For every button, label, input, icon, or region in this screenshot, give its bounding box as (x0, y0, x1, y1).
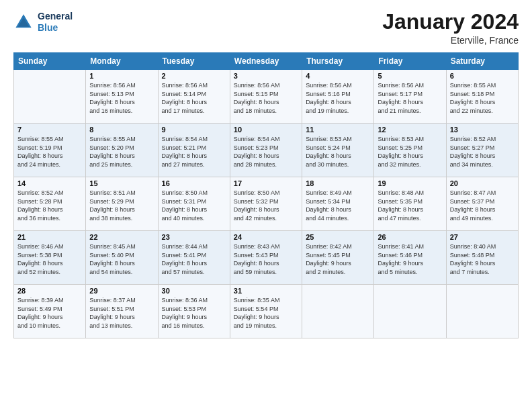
day-cell: 22Sunrise: 8:45 AMSunset: 5:40 PMDayligh… (86, 231, 158, 285)
logo-icon (13, 12, 34, 32)
day-cell: 18Sunrise: 8:49 AMSunset: 5:34 PMDayligh… (302, 177, 374, 231)
day-info: Sunrise: 8:55 AMSunset: 5:19 PMDaylight:… (17, 135, 82, 169)
day-cell: 28Sunrise: 8:39 AMSunset: 5:49 PMDayligh… (14, 285, 86, 338)
day-header-tuesday: Tuesday (158, 53, 230, 70)
day-cell (374, 285, 446, 338)
day-cell: 31Sunrise: 8:35 AMSunset: 5:54 PMDayligh… (230, 285, 302, 338)
day-info: Sunrise: 8:56 AMSunset: 5:15 PMDaylight:… (234, 81, 298, 115)
day-cell: 4Sunrise: 8:56 AMSunset: 5:16 PMDaylight… (302, 70, 374, 124)
day-number: 1 (89, 72, 154, 80)
day-cell: 24Sunrise: 8:43 AMSunset: 5:43 PMDayligh… (230, 231, 302, 285)
day-info: Sunrise: 8:56 AMSunset: 5:13 PMDaylight:… (89, 81, 154, 115)
day-info: Sunrise: 8:37 AMSunset: 5:51 PMDaylight:… (89, 296, 154, 330)
day-number: 21 (17, 233, 82, 241)
day-number: 8 (89, 126, 154, 134)
day-number: 9 (162, 126, 226, 134)
logo-text: General Blue (38, 11, 73, 34)
day-number: 13 (450, 126, 515, 134)
day-info: Sunrise: 8:40 AMSunset: 5:48 PMDaylight:… (450, 242, 515, 276)
day-info: Sunrise: 8:51 AMSunset: 5:29 PMDaylight:… (89, 189, 154, 222)
day-cell: 12Sunrise: 8:53 AMSunset: 5:25 PMDayligh… (374, 124, 446, 177)
day-info: Sunrise: 8:47 AMSunset: 5:37 PMDaylight:… (450, 189, 515, 222)
day-info: Sunrise: 8:41 AMSunset: 5:46 PMDaylight:… (378, 242, 442, 276)
day-info: Sunrise: 8:36 AMSunset: 5:53 PMDaylight:… (162, 296, 226, 330)
day-cell: 7Sunrise: 8:55 AMSunset: 5:19 PMDaylight… (14, 124, 86, 177)
day-number: 15 (89, 179, 154, 187)
day-cell: 26Sunrise: 8:41 AMSunset: 5:46 PMDayligh… (374, 231, 446, 285)
day-info: Sunrise: 8:52 AMSunset: 5:27 PMDaylight:… (450, 135, 515, 169)
month-title: January 2024 (382, 11, 519, 32)
day-cell: 20Sunrise: 8:47 AMSunset: 5:37 PMDayligh… (446, 177, 518, 231)
day-number: 27 (450, 233, 515, 241)
day-number: 10 (234, 126, 298, 134)
day-header-friday: Friday (374, 53, 446, 70)
day-number: 20 (450, 179, 515, 187)
day-number: 25 (306, 233, 370, 241)
day-cell: 8Sunrise: 8:55 AMSunset: 5:20 PMDaylight… (86, 124, 158, 177)
day-number: 4 (306, 72, 370, 80)
day-info: Sunrise: 8:50 AMSunset: 5:32 PMDaylight:… (234, 189, 298, 222)
day-cell: 11Sunrise: 8:53 AMSunset: 5:24 PMDayligh… (302, 124, 374, 177)
day-info: Sunrise: 8:55 AMSunset: 5:18 PMDaylight:… (450, 81, 515, 115)
day-header-thursday: Thursday (302, 53, 374, 70)
day-info: Sunrise: 8:45 AMSunset: 5:40 PMDaylight:… (89, 242, 154, 276)
day-cell: 14Sunrise: 8:52 AMSunset: 5:28 PMDayligh… (14, 177, 86, 231)
day-cell: 21Sunrise: 8:46 AMSunset: 5:38 PMDayligh… (14, 231, 86, 285)
day-info: Sunrise: 8:50 AMSunset: 5:31 PMDaylight:… (162, 189, 226, 222)
day-cell: 30Sunrise: 8:36 AMSunset: 5:53 PMDayligh… (158, 285, 230, 338)
day-info: Sunrise: 8:35 AMSunset: 5:54 PMDaylight:… (234, 296, 298, 330)
day-cell: 13Sunrise: 8:52 AMSunset: 5:27 PMDayligh… (446, 124, 518, 177)
page: General Blue January 2024 Eterville, Fra… (0, 0, 532, 411)
day-number: 31 (234, 287, 298, 295)
day-header-monday: Monday (86, 53, 158, 70)
day-info: Sunrise: 8:44 AMSunset: 5:41 PMDaylight:… (162, 242, 226, 276)
day-info: Sunrise: 8:53 AMSunset: 5:24 PMDaylight:… (306, 135, 370, 169)
week-row-3: 14Sunrise: 8:52 AMSunset: 5:28 PMDayligh… (14, 177, 519, 231)
week-row-5: 28Sunrise: 8:39 AMSunset: 5:49 PMDayligh… (14, 285, 519, 338)
day-cell: 3Sunrise: 8:56 AMSunset: 5:15 PMDaylight… (230, 70, 302, 124)
day-info: Sunrise: 8:56 AMSunset: 5:14 PMDaylight:… (162, 81, 226, 115)
title-block: January 2024 Eterville, France (382, 11, 519, 46)
day-cell: 17Sunrise: 8:50 AMSunset: 5:32 PMDayligh… (230, 177, 302, 231)
day-header-saturday: Saturday (446, 53, 518, 70)
day-number: 30 (162, 287, 226, 295)
day-number: 26 (378, 233, 442, 241)
day-cell: 1Sunrise: 8:56 AMSunset: 5:13 PMDaylight… (86, 70, 158, 124)
day-cell: 19Sunrise: 8:48 AMSunset: 5:35 PMDayligh… (374, 177, 446, 231)
day-cell: 9Sunrise: 8:54 AMSunset: 5:21 PMDaylight… (158, 124, 230, 177)
day-info: Sunrise: 8:55 AMSunset: 5:20 PMDaylight:… (89, 135, 154, 169)
day-cell: 16Sunrise: 8:50 AMSunset: 5:31 PMDayligh… (158, 177, 230, 231)
day-cell: 27Sunrise: 8:40 AMSunset: 5:48 PMDayligh… (446, 231, 518, 285)
day-info: Sunrise: 8:53 AMSunset: 5:25 PMDaylight:… (378, 135, 442, 169)
day-info: Sunrise: 8:42 AMSunset: 5:45 PMDaylight:… (306, 242, 370, 276)
day-number: 7 (17, 126, 82, 134)
day-cell: 5Sunrise: 8:56 AMSunset: 5:17 PMDaylight… (374, 70, 446, 124)
calendar-table: SundayMondayTuesdayWednesdayThursdayFrid… (13, 52, 519, 338)
week-row-4: 21Sunrise: 8:46 AMSunset: 5:38 PMDayligh… (14, 231, 519, 285)
day-cell: 15Sunrise: 8:51 AMSunset: 5:29 PMDayligh… (86, 177, 158, 231)
location: Eterville, France (382, 35, 519, 46)
day-header-wednesday: Wednesday (230, 53, 302, 70)
day-number: 17 (234, 179, 298, 187)
header-row: SundayMondayTuesdayWednesdayThursdayFrid… (14, 53, 519, 70)
day-number: 22 (89, 233, 154, 241)
day-number: 5 (378, 72, 442, 80)
day-info: Sunrise: 8:56 AMSunset: 5:16 PMDaylight:… (306, 81, 370, 115)
day-number: 2 (162, 72, 226, 80)
day-info: Sunrise: 8:54 AMSunset: 5:23 PMDaylight:… (234, 135, 298, 169)
day-number: 24 (234, 233, 298, 241)
day-info: Sunrise: 8:39 AMSunset: 5:49 PMDaylight:… (17, 296, 82, 330)
day-number: 3 (234, 72, 298, 80)
day-info: Sunrise: 8:56 AMSunset: 5:17 PMDaylight:… (378, 81, 442, 115)
day-info: Sunrise: 8:48 AMSunset: 5:35 PMDaylight:… (378, 189, 442, 222)
day-header-sunday: Sunday (14, 53, 86, 70)
day-number: 29 (89, 287, 154, 295)
day-info: Sunrise: 8:49 AMSunset: 5:34 PMDaylight:… (306, 189, 370, 222)
day-number: 28 (17, 287, 82, 295)
day-info: Sunrise: 8:54 AMSunset: 5:21 PMDaylight:… (162, 135, 226, 169)
day-cell (446, 285, 518, 338)
day-number: 19 (378, 179, 442, 187)
day-number: 16 (162, 179, 226, 187)
day-number: 6 (450, 72, 515, 80)
day-cell: 25Sunrise: 8:42 AMSunset: 5:45 PMDayligh… (302, 231, 374, 285)
